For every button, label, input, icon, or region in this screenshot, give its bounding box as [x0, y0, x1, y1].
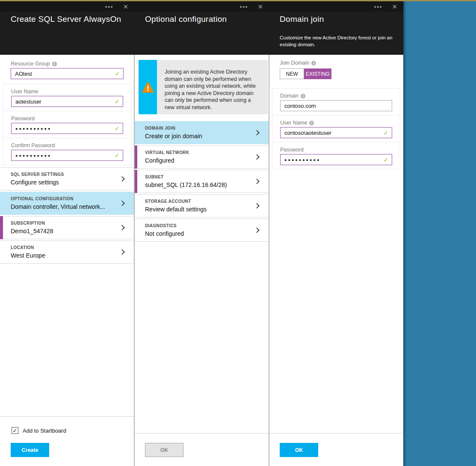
- blade2-body: Joining an existing Active Directory dom…: [134, 55, 269, 466]
- item-value: Review default settings: [145, 206, 269, 213]
- item-value: Configure settings: [11, 179, 134, 186]
- password-input-wrap: ✓: [11, 123, 123, 134]
- info-icon: i: [301, 94, 305, 98]
- blade1-header: Create SQL Server AlwaysOn: [0, 12, 134, 55]
- domain-username-input-wrap: ✓: [280, 127, 392, 138]
- join-domain-toggle: NEW EXISTING: [280, 68, 403, 79]
- blade-divider: [134, 55, 135, 466]
- warning-text: Joining an existing Active Directory dom…: [157, 60, 268, 114]
- sql-server-settings-item[interactable]: SQL SERVER SETTINGS Configure settings: [0, 167, 134, 190]
- subnet-item[interactable]: SUBNET subnet_SQL (172.16.16.64/28): [134, 170, 269, 193]
- top-gold-strip: [0, 0, 476, 1]
- resource-group-input-wrap: ✓: [11, 68, 124, 79]
- more-icon[interactable]: •••: [374, 4, 383, 9]
- location-item[interactable]: LOCATION West Europe: [0, 240, 134, 264]
- domain-password-input[interactable]: [280, 154, 392, 165]
- ok-button-disabled[interactable]: OK: [145, 443, 183, 457]
- domain-input[interactable]: [280, 100, 392, 111]
- blade-create-sql-server: ••• ✕ Create SQL Server AlwaysOn Resourc…: [0, 0, 134, 466]
- blade1-footer: ✓ Add to Startboard Create: [0, 416, 134, 466]
- startboard-checkbox[interactable]: ✓: [12, 427, 18, 434]
- info-icon: i: [52, 62, 57, 66]
- close-icon[interactable]: ✕: [257, 3, 263, 10]
- info-icon: i: [311, 61, 316, 65]
- ok-button[interactable]: OK: [280, 443, 318, 457]
- blade1-body: Resource Groupi ✓ User Name ✓ Password: [0, 55, 134, 466]
- valid-check-icon: ✓: [115, 152, 119, 159]
- blade1-fields: Resource Groupi ✓ User Name ✓ Password: [0, 56, 134, 165]
- more-icon[interactable]: •••: [240, 4, 248, 9]
- domain-username-input[interactable]: [280, 127, 392, 138]
- blade3-footer: OK: [269, 433, 403, 466]
- domain-username-label: User Namei: [280, 120, 314, 126]
- item-label: DOMAIN JOIN: [145, 126, 269, 131]
- item-value: Not configured: [145, 230, 269, 237]
- domain-label: Domaini: [280, 93, 305, 99]
- domain-join-item[interactable]: DOMAIN JOIN Create or join domain: [134, 121, 269, 144]
- domain-input-wrap: [280, 100, 392, 111]
- join-domain-new-option[interactable]: NEW: [280, 68, 304, 79]
- item-value: Configured: [145, 157, 269, 164]
- page-title: Domain join: [280, 15, 393, 24]
- blade2-footer: OK: [134, 433, 269, 466]
- valid-check-icon: ✓: [384, 130, 388, 136]
- item-label: DIAGNOSTICS: [145, 223, 269, 228]
- storage-account-item[interactable]: STORAGE ACCOUNT Review default settings: [134, 194, 269, 217]
- blade2-header: Optional configuration: [134, 12, 269, 55]
- startboard-checkbox-label: Add to Startboard: [23, 427, 66, 434]
- item-label: SUBSCRIPTION: [11, 221, 134, 226]
- item-value: West Europe: [11, 252, 134, 259]
- close-icon[interactable]: ✕: [392, 3, 397, 10]
- item-label: SQL SERVER SETTINGS: [11, 172, 134, 177]
- blade3-header: Domain join Customize the new Active Dir…: [269, 12, 403, 55]
- confirm-password-field-group: Confirm Password ✓: [3, 138, 131, 165]
- virtual-network-item[interactable]: VIRTUAL NETWORK Configured: [134, 145, 269, 169]
- join-domain-label: Join Domaini: [280, 60, 403, 66]
- resource-group-input[interactable]: [11, 68, 124, 79]
- info-icon: i: [309, 121, 314, 125]
- blade3-body: Join Domaini NEW EXISTING Domaini User N…: [269, 55, 403, 466]
- domain-password-label: Password: [280, 147, 304, 153]
- blade2-command-bar: ••• ✕: [134, 1, 269, 12]
- resource-group-label: Resource Groupi: [11, 61, 57, 67]
- diagnostics-item[interactable]: DIAGNOSTICS Not configured: [134, 219, 269, 242]
- subscription-item[interactable]: SUBSCRIPTION Demo1_547428: [0, 216, 134, 239]
- warning-triangle-icon: [142, 82, 154, 93]
- username-input-wrap: ✓: [11, 96, 123, 107]
- confirm-password-label: Confirm Password: [11, 142, 55, 148]
- optional-configuration-item[interactable]: OPTIONAL CONFIGURATION Domain controller…: [0, 192, 134, 215]
- blade-divider: [269, 55, 269, 466]
- item-value: Domain controller, Virtual network...: [11, 203, 134, 210]
- domain-username-field-group: User Namei ✓: [272, 115, 400, 142]
- add-to-startboard-row[interactable]: ✓ Add to Startboard: [12, 427, 66, 434]
- password-input[interactable]: [11, 123, 123, 134]
- close-icon[interactable]: ✕: [123, 3, 128, 10]
- blade-domain-join: ••• ✕ Domain join Customize the new Acti…: [269, 0, 403, 466]
- valid-check-icon: ✓: [115, 98, 119, 105]
- item-value: Demo1_547428: [11, 228, 134, 234]
- resource-group-field-group: Resource Groupi ✓: [0, 56, 134, 84]
- username-input[interactable]: [11, 96, 123, 107]
- blade2-settings-list: DOMAIN JOIN Create or join domain VIRTUA…: [134, 121, 269, 242]
- blade-optional-configuration: ••• ✕ Optional configuration Joining an …: [134, 0, 269, 466]
- join-domain-existing-option[interactable]: EXISTING: [304, 68, 331, 79]
- create-button[interactable]: Create: [11, 443, 49, 457]
- item-label: OPTIONAL CONFIGURATION: [11, 196, 134, 201]
- item-label: STORAGE ACCOUNT: [145, 199, 269, 204]
- valid-check-icon: ✓: [115, 125, 119, 132]
- item-label: LOCATION: [11, 245, 134, 250]
- domain-password-input-wrap: ✓: [280, 154, 392, 165]
- confirm-password-input[interactable]: [11, 150, 123, 161]
- page-subtitle: Customize the new Active Directory fores…: [280, 34, 400, 48]
- blade-shadow: [403, 0, 406, 466]
- confirm-password-input-wrap: ✓: [11, 150, 123, 161]
- domain-field-group: Domaini: [272, 88, 400, 116]
- page-title: Create SQL Server AlwaysOn: [11, 15, 124, 24]
- azure-portal-screen: ••• ✕ Create SQL Server AlwaysOn Resourc…: [0, 0, 476, 466]
- item-value: Create or join domain: [145, 133, 269, 140]
- password-field-group: Password ✓: [3, 111, 131, 138]
- blade1-settings-list: SQL SERVER SETTINGS Configure settings O…: [0, 167, 134, 264]
- domain-password-field-group: Password ✓: [272, 142, 400, 169]
- more-icon[interactable]: •••: [105, 4, 114, 9]
- warning-badge: [139, 60, 157, 114]
